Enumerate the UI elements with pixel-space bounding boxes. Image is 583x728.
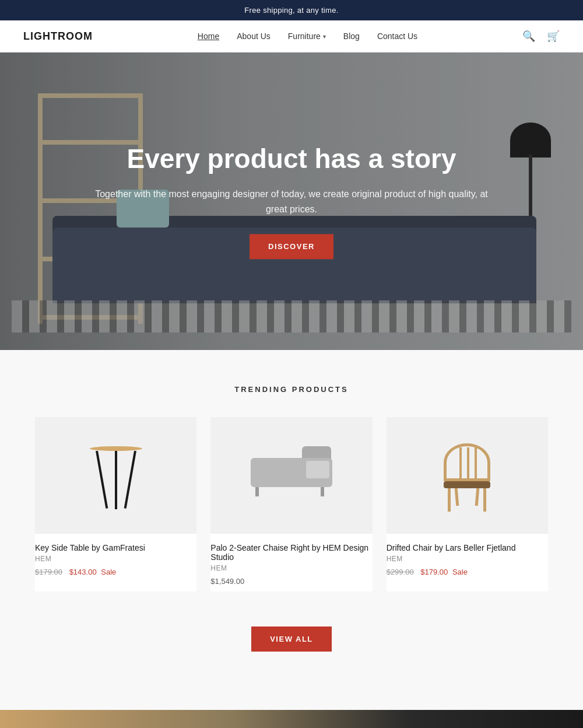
chair-leg-back-right [475, 488, 480, 506]
product-image-3 [387, 417, 548, 534]
hero-discover-button[interactable]: DISCOVER [250, 235, 333, 260]
price-sale-3: $179.00 [420, 568, 448, 576]
product-name-3: Drifted Chair by Lars Beller Fjetland [387, 543, 548, 552]
product-name-2: Palo 2-Seater Chaise Right by HEM Design… [210, 543, 372, 562]
sale-label-3: Sale [452, 568, 468, 576]
price-sale-1: $143.00 [69, 568, 97, 576]
cart-icon[interactable]: 🛒 [547, 30, 560, 43]
chair-leg-back-left [455, 488, 459, 506]
header-icons: 🔍 🛒 [522, 30, 560, 43]
product-image-2 [210, 417, 372, 534]
chair-seat [444, 481, 490, 488]
products-grid: Key Side Table by GamFratesi HEM $179.00… [35, 417, 548, 592]
trending-products-section: TRENDING PRODUCTS Key Side Table by GamF… [0, 350, 583, 710]
table-leg-left [96, 451, 108, 509]
hero-subtitle: Together with the most engaging designer… [87, 187, 496, 217]
product-brand-2: HEM [210, 564, 372, 572]
chair-illustration [435, 435, 499, 516]
product-brand-3: HEM [387, 555, 548, 563]
table-leg-right [124, 451, 136, 509]
price-original-1: $179.00 [35, 568, 62, 576]
nav-home[interactable]: Home [198, 32, 219, 41]
trending-section-title: TRENDING PRODUCTS [35, 385, 548, 394]
product-image-1 [35, 417, 196, 534]
product-card-3[interactable]: Drifted Chair by Lars Beller Fjetland HE… [387, 417, 548, 592]
product-brand-1: HEM [35, 555, 196, 563]
product-info-2: Palo 2-Seater Chaise Right by HEM Design… [210, 534, 372, 592]
view-all-button[interactable]: VIEW ALL [251, 626, 332, 652]
nav-contact[interactable]: Contact Us [377, 32, 417, 41]
search-icon[interactable]: 🔍 [522, 30, 535, 43]
product-card-1[interactable]: Key Side Table by GamFratesi HEM $179.00… [35, 417, 196, 592]
header: LIGHTROOM Home About Us Furniture ▾ Blog… [0, 20, 583, 52]
main-nav: Home About Us Furniture ▾ Blog Contact U… [198, 32, 417, 41]
chevron-down-icon: ▾ [323, 33, 326, 40]
view-all-wrap: VIEW ALL [35, 621, 548, 687]
hero-section: Every product has a story Together with … [0, 52, 583, 350]
price-original-3: $299.00 [387, 568, 414, 576]
chair-leg-front-right [483, 488, 486, 512]
chair-spindle-3 [475, 447, 477, 481]
chair-spindle-2 [467, 447, 469, 481]
footer-preview [0, 710, 583, 728]
nav-furniture-dropdown[interactable]: Furniture ▾ [288, 32, 326, 41]
product-price-1: $179.00 $143.00 Sale [35, 568, 196, 576]
chair-leg-front-left [448, 488, 451, 512]
hero-content: Every product has a story Together with … [87, 143, 496, 259]
announcement-text: Free shipping, at any time. [244, 6, 338, 15]
nav-about[interactable]: About Us [237, 32, 271, 41]
chair-spindle-1 [459, 447, 462, 481]
product-name-1: Key Side Table by GamFratesi [35, 543, 196, 552]
product-price-3: $299.00 $179.00 Sale [387, 568, 548, 576]
logo[interactable]: LIGHTROOM [23, 30, 93, 43]
side-table-illustration [81, 435, 151, 516]
announcement-bar: Free shipping, at any time. [0, 0, 583, 20]
chaise-leg-left [255, 487, 259, 496]
chaise-pillow [306, 461, 329, 478]
table-leg-mid [115, 451, 117, 509]
product-info-3: Drifted Chair by Lars Beller Fjetland HE… [387, 534, 548, 582]
hero-title: Every product has a story [87, 143, 496, 175]
sale-label-1: Sale [101, 568, 116, 576]
price-regular-2: $1,549.00 [210, 577, 244, 586]
chaise-leg-right [321, 487, 324, 496]
chaise-illustration [245, 452, 338, 499]
product-card-2[interactable]: Palo 2-Seater Chaise Right by HEM Design… [210, 417, 372, 592]
product-info-1: Key Side Table by GamFratesi HEM $179.00… [35, 534, 196, 582]
nav-blog[interactable]: Blog [343, 32, 360, 41]
product-price-2: $1,549.00 [210, 577, 372, 586]
